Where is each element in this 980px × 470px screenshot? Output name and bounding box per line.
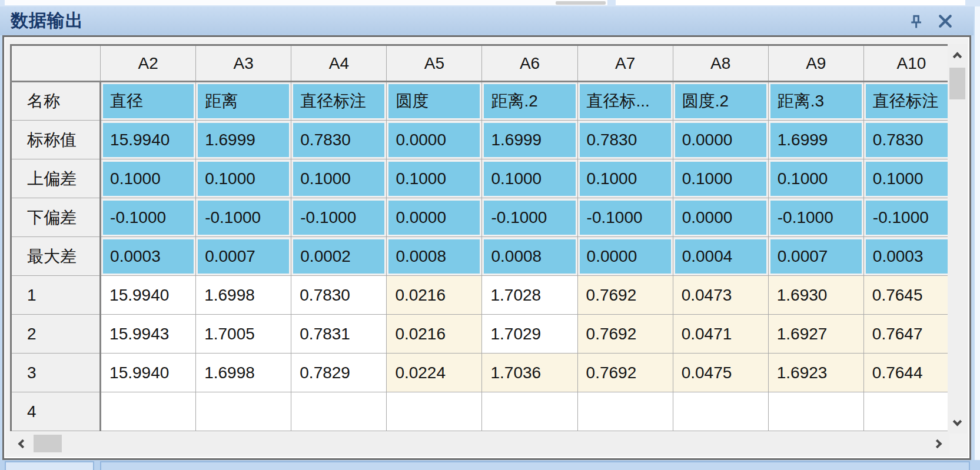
grid-cell[interactable]: 0.0000: [577, 237, 673, 276]
row-label[interactable]: 标称值: [11, 121, 101, 159]
grid-cell[interactable]: 1.7005: [196, 315, 291, 354]
scroll-right-button[interactable]: [928, 432, 949, 455]
grid-cell[interactable]: 1.7028: [482, 276, 577, 315]
vertical-scrollbar[interactable]: [948, 44, 967, 434]
grid-cell[interactable]: 距离.2: [482, 82, 577, 121]
grid-cell[interactable]: 1.7029: [482, 315, 577, 354]
grid-cell[interactable]: 0.0007: [768, 237, 863, 276]
row-label[interactable]: 上偏差: [11, 159, 101, 198]
grid-cell[interactable]: 1.6923: [768, 354, 863, 392]
grid-cell[interactable]: 15.9940: [101, 121, 196, 159]
grid-cell[interactable]: 1.6999: [196, 121, 291, 159]
grid-cell[interactable]: 距离.3: [768, 82, 863, 121]
grid-cell[interactable]: [577, 392, 673, 431]
grid-cell[interactable]: 0.7830: [291, 121, 387, 159]
grid-cell[interactable]: 直径标...: [577, 82, 673, 121]
grid-cell[interactable]: 0.0475: [673, 354, 768, 392]
column-header-A10[interactable]: A10: [863, 45, 949, 82]
column-header-A5[interactable]: A5: [387, 45, 482, 82]
grid-cell[interactable]: -0.1000: [863, 198, 949, 237]
horizontal-scrollbar[interactable]: [10, 432, 949, 455]
grid-cell[interactable]: 直径标注: [863, 82, 949, 121]
grid-cell[interactable]: 0.1000: [387, 159, 482, 198]
column-header-A2[interactable]: A2: [101, 45, 196, 82]
grid-cell[interactable]: -0.1000: [291, 198, 387, 237]
grid-cell[interactable]: 15.9943: [101, 315, 196, 354]
grid-cell[interactable]: 0.1000: [673, 159, 768, 198]
grid-cell[interactable]: 直径: [101, 82, 196, 121]
grid-cell[interactable]: [768, 392, 863, 431]
grid-cell[interactable]: 0.0008: [387, 237, 482, 276]
grid-cell[interactable]: 距离: [196, 82, 291, 121]
grid-cell[interactable]: 0.0007: [196, 237, 291, 276]
grid-cell[interactable]: 1.6998: [196, 276, 291, 315]
grid-cell[interactable]: 0.1000: [101, 159, 196, 198]
column-header-A7[interactable]: A7: [577, 45, 673, 82]
grid-cell[interactable]: 直径标注: [291, 82, 387, 121]
grid-cell[interactable]: 圆度.2: [673, 82, 768, 121]
grid-cell[interactable]: 0.7692: [577, 276, 673, 315]
grid-cell[interactable]: 0.7692: [577, 354, 673, 392]
grid-cell[interactable]: [291, 392, 387, 431]
dock-titlebar[interactable]: 数据输出: [0, 6, 974, 35]
grid-cell[interactable]: -0.1000: [768, 198, 863, 237]
grid-cell[interactable]: 1.6999: [482, 121, 577, 159]
grid-cell[interactable]: 15.9940: [101, 276, 196, 315]
vertical-scroll-thumb[interactable]: [949, 68, 965, 99]
grid-cell[interactable]: 1.7036: [482, 354, 577, 392]
scroll-up-button[interactable]: [948, 44, 967, 65]
column-header-A3[interactable]: A3: [196, 45, 291, 82]
grid-cell[interactable]: 0.1000: [482, 159, 577, 198]
close-button[interactable]: [934, 10, 957, 32]
bottom-dock-tab-bar[interactable]: [100, 461, 970, 470]
grid-cell[interactable]: 0.0008: [482, 237, 577, 276]
grid-cell[interactable]: 0.7829: [291, 354, 387, 392]
grid-cell[interactable]: 0.1000: [196, 159, 291, 198]
grid-cell[interactable]: 圆度: [387, 82, 482, 121]
grid-cell[interactable]: 0.7644: [863, 354, 949, 392]
grid-cell[interactable]: 1.6927: [768, 315, 863, 354]
grid-cell[interactable]: [482, 392, 577, 431]
grid-cell[interactable]: -0.1000: [577, 198, 673, 237]
grid-cell[interactable]: -0.1000: [101, 198, 196, 237]
row-label[interactable]: 4: [11, 392, 101, 431]
grid-cell[interactable]: 1.6998: [196, 354, 291, 392]
grid-cell[interactable]: 0.7645: [863, 276, 949, 315]
grid-cell[interactable]: [673, 392, 768, 431]
scroll-down-button[interactable]: [948, 412, 967, 434]
grid-cell[interactable]: [101, 392, 196, 431]
grid-cell[interactable]: 0.0003: [101, 237, 196, 276]
column-header-A6[interactable]: A6: [482, 45, 577, 82]
grid-cell[interactable]: 1.6930: [768, 276, 863, 315]
mini-scrollbar[interactable]: [556, 1, 606, 5]
grid-cell[interactable]: 0.0000: [673, 198, 768, 237]
grid-cell[interactable]: 0.0471: [673, 315, 768, 354]
grid-cell[interactable]: 0.1000: [768, 159, 863, 198]
grid-cell[interactable]: 0.0002: [291, 237, 387, 276]
row-label[interactable]: 1: [11, 276, 101, 315]
row-label[interactable]: 3: [11, 354, 101, 392]
pin-button[interactable]: [904, 10, 928, 32]
grid-cell[interactable]: 0.0003: [863, 237, 949, 276]
grid-cell[interactable]: 15.9940: [101, 354, 196, 392]
grid-cell[interactable]: 0.7830: [577, 121, 673, 159]
grid-cell[interactable]: 0.0473: [673, 276, 768, 315]
row-label[interactable]: 最大差: [11, 237, 101, 276]
grid-cell[interactable]: 0.0224: [387, 354, 482, 392]
grid-cell[interactable]: [387, 392, 482, 431]
grid-cell[interactable]: -0.1000: [196, 198, 291, 237]
grid-cell[interactable]: 0.0000: [387, 198, 482, 237]
column-header-A9[interactable]: A9: [768, 45, 863, 82]
grid-cell[interactable]: 0.0004: [673, 237, 768, 276]
scroll-left-button[interactable]: [10, 432, 31, 455]
grid-cell[interactable]: -0.1000: [482, 198, 577, 237]
grid-cell[interactable]: 0.0216: [387, 276, 482, 315]
grid-cell[interactable]: 0.1000: [577, 159, 673, 198]
row-label[interactable]: 下偏差: [11, 198, 101, 237]
grid-cell[interactable]: 0.0000: [673, 121, 768, 159]
row-label[interactable]: 2: [11, 315, 101, 354]
grid-cell[interactable]: 0.0000: [387, 121, 482, 159]
grid-cell[interactable]: 0.7647: [863, 315, 949, 354]
grid-cell[interactable]: 0.7830: [291, 276, 387, 315]
column-header-A8[interactable]: A8: [673, 45, 768, 82]
